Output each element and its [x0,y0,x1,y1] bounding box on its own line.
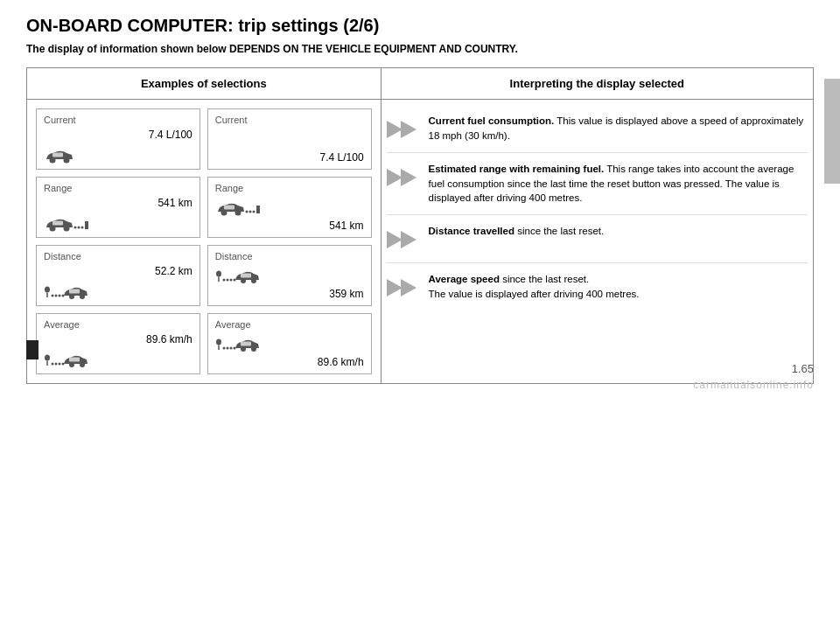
svg-point-40 [226,279,228,282]
svg-rect-31 [224,206,234,210]
interp-text-current: Current fuel consumption. This value is … [429,114,808,143]
svg-marker-59 [387,231,402,248]
svg-marker-57 [387,169,402,186]
display-box-range-1: Range 541 km [36,177,200,238]
svg-rect-19 [69,290,80,294]
svg-point-39 [222,279,225,282]
pin-car-icon-avg-2 [215,337,261,352]
svg-marker-55 [387,121,402,138]
col2-header: Interpreting the display selected [381,68,813,100]
interp-text-average: Average speed since the last reset. The … [429,272,640,301]
svg-point-48 [222,347,225,350]
svg-marker-62 [401,279,416,297]
display-box-current-1: Current 7.4 L/100 [36,108,200,170]
svg-point-34 [252,211,255,213]
svg-rect-5 [52,221,63,226]
pin-car-icon-avg-1 [44,352,89,368]
side-bar [824,79,840,184]
svg-point-22 [52,363,54,366]
svg-rect-9 [85,223,88,229]
car-icon-1 [44,148,75,164]
svg-point-24 [59,363,61,366]
svg-marker-60 [401,231,416,248]
sel-col-2: Current 7.4 L/100 Range [207,108,372,374]
page-number: 1.65 [792,362,814,375]
svg-point-49 [226,347,228,350]
interp-row-average: Average speed since the last reset. The … [387,263,808,310]
svg-point-15 [59,295,61,297]
svg-point-32 [245,211,248,213]
col1-header: Examples of selections [27,68,382,100]
svg-point-23 [55,363,58,366]
car-dash-fuel-icon-2 [215,200,261,216]
main-table: Examples of selections Interpreting the … [26,67,814,384]
svg-point-50 [229,347,232,350]
selections-cell: Current 7.4 L/100 [27,100,382,384]
interpretations-cell: Current fuel consumption. This value is … [381,100,813,384]
svg-rect-36 [256,206,260,207]
display-box-distance-2: Distance [207,245,372,306]
svg-point-14 [55,295,58,297]
display-box-distance-1: Distance 52.2 km [36,245,200,306]
svg-marker-61 [387,279,402,297]
sel-col-1: Current 7.4 L/100 [36,108,200,374]
svg-marker-56 [401,121,416,138]
double-arrow-icon-4 [387,274,420,302]
svg-point-6 [74,227,77,229]
pin-car-icon-2 [215,269,261,284]
pin-car-icon-1 [44,284,89,300]
watermark: carmanualsonline.info [693,379,814,391]
interp-row-current: Current fuel consumption. This value is … [387,105,808,153]
svg-point-7 [78,227,80,229]
selections-inner: Current 7.4 L/100 [32,105,375,378]
interp-row-distance: Distance travelled since the last reset. [387,215,808,263]
interp-row-range: Estimated range with remaining fuel. Thi… [387,153,808,215]
double-arrow-icon-3 [387,226,420,254]
svg-marker-58 [401,169,416,186]
display-box-average-2: Average [207,313,372,374]
svg-point-41 [229,279,232,282]
interp-text-range: Estimated range with remaining fuel. Thi… [429,162,808,206]
svg-rect-45 [241,274,251,278]
svg-point-11 [45,287,50,293]
page-title: ON-BOARD COMPUTER: trip settings (2/6) [26,16,814,36]
svg-point-37 [216,271,221,277]
display-box-range-2: Range [207,177,372,238]
svg-rect-28 [69,358,80,362]
page-container: ON-BOARD COMPUTER: trip settings (2/6) T… [0,0,840,393]
double-arrow-icon-2 [387,164,420,192]
svg-point-46 [216,339,221,345]
svg-point-8 [81,227,84,229]
bottom-bar [26,340,38,359]
double-arrow-icon-1 [387,115,420,143]
display-box-current-2: Current 7.4 L/100 [207,108,372,170]
interp-text-distance: Distance travelled since the last reset. [429,224,605,239]
svg-point-33 [248,211,251,213]
svg-point-13 [52,295,54,297]
svg-point-20 [45,355,50,361]
car-dash-fuel-icon-1 [44,216,89,232]
svg-rect-2 [52,153,63,157]
subtitle: The display of information shown below D… [26,43,814,55]
svg-rect-10 [85,221,88,223]
svg-rect-54 [241,342,251,346]
display-box-average-1: Average 89.6 km/h [36,313,200,374]
svg-rect-35 [256,207,260,213]
